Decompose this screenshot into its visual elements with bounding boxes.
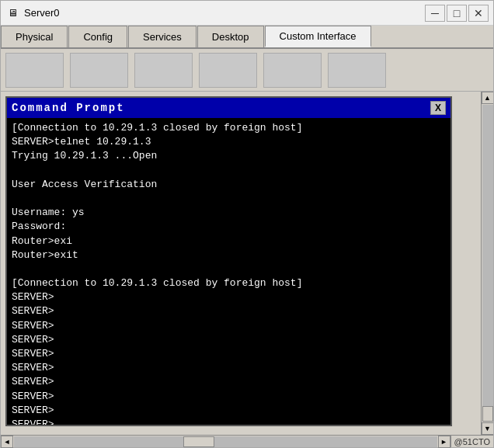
tab-desktop[interactable]: Desktop xyxy=(197,26,264,47)
scroll-thumb[interactable] xyxy=(482,406,493,422)
bottom-label: @51CTO xyxy=(451,436,493,447)
tab-custom-interface[interactable]: Custom Interface xyxy=(265,26,371,47)
close-button[interactable]: ✕ xyxy=(468,5,489,22)
device-thumb-6 xyxy=(328,53,386,88)
right-scrollbar: ▲ ▼ xyxy=(481,92,493,435)
cmd-body[interactable]: [Connection to 10.29.1.3 closed by forei… xyxy=(7,118,451,425)
content-area: Command Prompt X [Connection to 10.29.1.… xyxy=(1,92,481,435)
window-controls: ─ □ ✕ xyxy=(425,5,489,22)
hscroll-left-button[interactable]: ◄ xyxy=(1,436,13,448)
cmd-close-button[interactable]: X xyxy=(430,101,446,115)
device-thumb-3 xyxy=(134,53,193,88)
command-prompt-window: Command Prompt X [Connection to 10.29.1.… xyxy=(5,96,452,426)
scroll-track[interactable] xyxy=(482,105,493,422)
tab-bar: Physical Config Services Desktop Custom … xyxy=(1,26,493,49)
hscroll-right-button[interactable]: ► xyxy=(438,436,451,448)
main-area: Command Prompt X [Connection to 10.29.1.… xyxy=(1,92,493,435)
cmd-title-bar: Command Prompt X xyxy=(7,98,451,118)
maximize-button[interactable]: □ xyxy=(447,5,467,22)
scroll-up-button[interactable]: ▲ xyxy=(482,92,494,104)
tab-config[interactable]: Config xyxy=(68,26,127,47)
bottom-scrollbar: ◄ ► @51CTO xyxy=(1,435,493,447)
device-thumb-4 xyxy=(199,53,257,88)
device-thumb-2 xyxy=(70,53,128,88)
minimize-button[interactable]: ─ xyxy=(425,5,445,22)
device-thumbnail-row xyxy=(1,49,493,92)
hscroll-track[interactable] xyxy=(14,436,437,447)
tab-physical[interactable]: Physical xyxy=(1,26,68,47)
hscroll-thumb[interactable] xyxy=(183,436,214,447)
title-bar: 🖥 Server0 ─ □ ✕ xyxy=(1,1,493,26)
device-thumb-5 xyxy=(263,53,322,88)
scroll-down-button[interactable]: ▼ xyxy=(482,422,494,435)
tab-services[interactable]: Services xyxy=(128,26,197,47)
cmd-title-text: Command Prompt xyxy=(12,102,125,114)
device-thumb-1 xyxy=(5,53,64,88)
window-title: Server0 xyxy=(24,7,425,19)
app-icon: 🖥 xyxy=(5,6,19,20)
main-window: 🖥 Server0 ─ □ ✕ Physical Config Services… xyxy=(0,0,494,448)
